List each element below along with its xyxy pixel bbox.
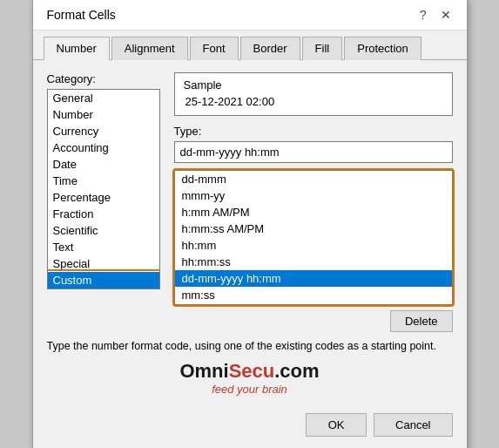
tab-fill[interactable]: Fill [302,37,343,60]
category-list[interactable]: General Number Currency Accounting Date … [47,89,160,289]
tab-font[interactable]: Font [190,37,239,60]
brand-com: .com [274,360,319,382]
sample-section: Sample 25-12-2021 02:00 [174,72,453,116]
brand-secu: Secu [229,360,275,382]
tab-border[interactable]: Border [240,37,300,60]
category-item-accounting[interactable]: Accounting [48,139,159,156]
format-item-mmm-yy[interactable]: mmm-yy [175,187,452,204]
sample-value: 25-12-2021 02:00 [184,95,443,108]
format-item-h-mmss-ampm[interactable]: h:mm:ss AM/PM [175,221,452,237]
format-cells-dialog: Format Cells ? ✕ Number Alignment Font B… [32,0,468,448]
category-item-date[interactable]: Date [48,156,159,173]
format-list[interactable]: dd-mmm mmm-yy h:mm AM/PM h:mm:ss AM/PM h… [174,170,453,305]
ok-button[interactable]: OK [306,413,367,437]
category-item-number[interactable]: Number [48,106,159,123]
category-item-text[interactable]: Text [48,239,159,255]
right-panel: Sample 25-12-2021 02:00 Type: dd-mmm mmm… [174,72,453,332]
delete-row: Delete [174,310,453,332]
format-list-wrapper: dd-mmm mmm-yy h:mm AM/PM h:mm:ss AM/PM h… [174,170,453,305]
format-item-dd-mm-yyyy-hh-mm[interactable]: dd-mm-yyyy hh:mm [175,270,452,287]
category-label: Category: [47,72,160,85]
tab-alignment[interactable]: Alignment [111,37,188,60]
cancel-button[interactable]: Cancel [374,413,452,437]
category-item-special[interactable]: Special [48,255,159,272]
category-panel: Category: General Number Currency Accoun… [47,72,160,332]
format-item-mm-ss[interactable]: mm:ss [175,287,452,303]
sample-label: Sample [184,78,443,92]
type-input[interactable] [174,141,453,163]
category-item-scientific[interactable]: Scientific [48,222,159,239]
category-item-currency[interactable]: Currency [48,123,159,139]
title-controls: ? ✕ [415,6,456,24]
dialog-body: Category: General Number Currency Accoun… [33,60,467,406]
branding-tagline: feed your brain [47,383,453,396]
category-item-fraction[interactable]: Fraction [48,206,159,222]
title-bar: Format Cells ? ✕ [33,0,467,31]
brand-omni: Omni [179,360,228,382]
format-item-hh-mmss[interactable]: hh:mm:ss [175,254,452,270]
help-button[interactable]: ? [415,6,432,24]
hint-text: Type the number format code, using one o… [47,339,453,355]
footer: OK Cancel [33,406,467,448]
main-content: Category: General Number Currency Accoun… [47,72,453,332]
close-button[interactable]: ✕ [435,6,456,24]
branding-logo: OmniSecu.com [47,360,453,383]
format-item-dd-mmm[interactable]: dd-mmm [175,171,452,187]
category-item-percentage[interactable]: Percentage [48,189,159,206]
tab-protection[interactable]: Protection [344,37,421,60]
category-item-time[interactable]: Time [48,173,159,189]
format-item-mm-ss0[interactable]: mm:ss.0 [175,303,452,305]
branding: OmniSecu.com feed your brain [47,360,453,396]
dialog-title: Format Cells [47,8,116,22]
category-item-general[interactable]: General [48,90,159,106]
type-label: Type: [174,125,453,138]
format-item-hh-mm[interactable]: hh:mm [175,237,452,254]
delete-button[interactable]: Delete [390,310,453,332]
tab-number[interactable]: Number [44,37,110,60]
category-item-custom[interactable]: Custom [48,272,159,288]
tab-bar: Number Alignment Font Border Fill Protec… [33,31,467,60]
format-item-h-mm-ampm[interactable]: h:mm AM/PM [175,204,452,221]
